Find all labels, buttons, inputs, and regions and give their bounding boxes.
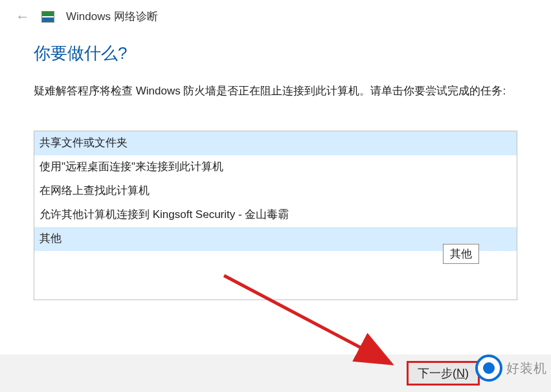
option-label: 允许其他计算机连接到 Kingsoft Security - 金山毒霸: [39, 208, 289, 221]
next-label-suffix: ): [465, 367, 469, 380]
watermark-text: 好装机: [506, 360, 547, 377]
watermark-logo-icon: [475, 354, 502, 382]
option-share-files[interactable]: 共享文件或文件夹: [34, 131, 517, 155]
next-label-key: N: [456, 367, 465, 380]
option-label: 在网络上查找此计算机: [39, 184, 150, 197]
next-label-prefix: 下一步(: [418, 367, 456, 380]
app-icon: [41, 11, 54, 23]
footer: 下一步(N): [0, 354, 551, 392]
options-listbox[interactable]: 共享文件或文件夹 使用"远程桌面连接"来连接到此计算机 在网络上查找此计算机 允…: [34, 131, 517, 300]
window-title: Windows 网络诊断: [66, 9, 158, 24]
option-remote-desktop[interactable]: 使用"远程桌面连接"来连接到此计算机: [34, 155, 517, 179]
watermark: 好装机: [475, 354, 547, 382]
tooltip: 其他: [443, 244, 479, 264]
option-find-on-network[interactable]: 在网络上查找此计算机: [34, 179, 517, 203]
option-label: 共享文件或文件夹: [39, 136, 128, 149]
option-label: 使用"远程桌面连接"来连接到此计算机: [39, 160, 223, 173]
option-kingsoft-security[interactable]: 允许其他计算机连接到 Kingsoft Security - 金山毒霸: [34, 203, 517, 227]
content-area: 你要做什么? 疑难解答程序将检查 Windows 防火墙是否正在阻止连接到此计算…: [0, 24, 551, 300]
page-question: 你要做什么?: [34, 42, 517, 65]
next-button[interactable]: 下一步(N): [407, 361, 480, 386]
page-description: 疑难解答程序将检查 Windows 防火墙是否正在阻止连接到此计算机。请单击你要…: [34, 83, 517, 100]
back-arrow-icon[interactable]: ←: [16, 10, 30, 24]
header: ← Windows 网络诊断: [0, 0, 551, 24]
option-label: 其他: [39, 232, 62, 245]
